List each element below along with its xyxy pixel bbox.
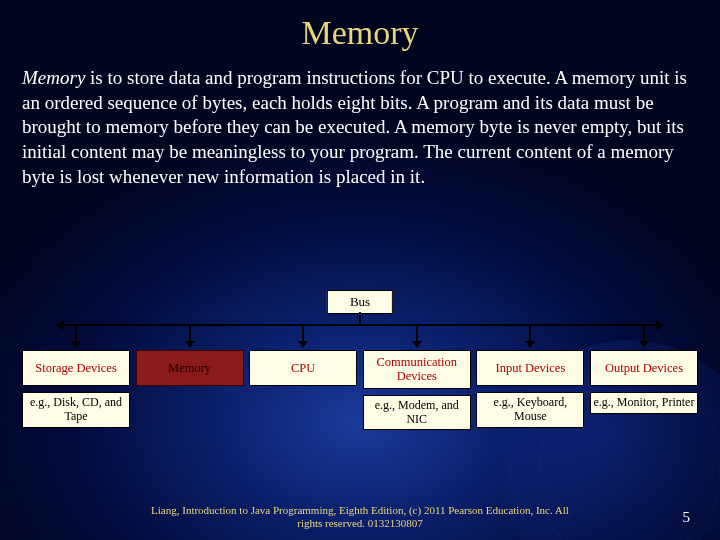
connector-line <box>416 324 418 342</box>
slide-body: Memory is to store data and program inst… <box>0 52 720 189</box>
example-box: e.g., Monitor, Printer <box>590 392 698 414</box>
example-box: e.g., Modem, and NIC <box>363 395 471 431</box>
component-box: Storage Devices <box>22 350 130 386</box>
component-column: Output Devicese.g., Monitor, Printer <box>590 324 698 430</box>
connector-line <box>529 324 531 342</box>
page-number: 5 <box>683 509 691 526</box>
component-box: Output Devices <box>590 350 698 386</box>
connector-line <box>302 324 304 342</box>
connector-line <box>75 324 77 342</box>
component-column: Storage Devicese.g., Disk, CD, and Tape <box>22 324 130 430</box>
component-column: CPU <box>249 324 357 430</box>
component-columns: Storage Devicese.g., Disk, CD, and TapeM… <box>22 324 698 430</box>
component-column: Memory <box>136 324 244 430</box>
bus-stem-line <box>359 312 361 324</box>
component-box: Communication Devices <box>363 350 471 389</box>
example-box: e.g., Disk, CD, and Tape <box>22 392 130 428</box>
lead-word: Memory <box>22 67 85 88</box>
component-box: Input Devices <box>476 350 584 386</box>
component-column: Communication Devicese.g., Modem, and NI… <box>363 324 471 430</box>
footer-citation: Liang, Introduction to Java Programming,… <box>0 504 720 530</box>
example-box: e.g., Keyboard, Mouse <box>476 392 584 428</box>
body-rest: is to store data and program instruction… <box>22 67 687 187</box>
component-box: Memory <box>136 350 244 386</box>
bus-box: Bus <box>327 290 393 314</box>
component-column: Input Devicese.g., Keyboard, Mouse <box>476 324 584 430</box>
slide-title: Memory <box>0 0 720 52</box>
connector-line <box>643 324 645 342</box>
bus-diagram: Bus Storage Devicese.g., Disk, CD, and T… <box>22 290 698 460</box>
connector-line <box>189 324 191 342</box>
component-box: CPU <box>249 350 357 386</box>
